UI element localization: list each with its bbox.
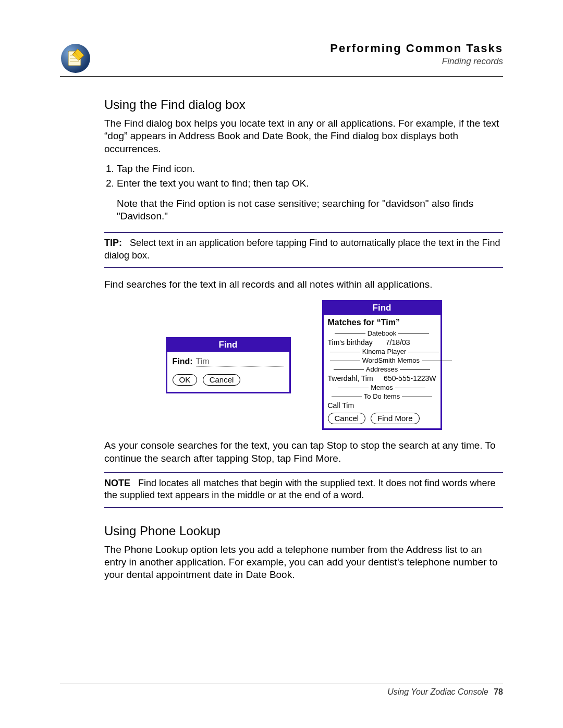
notes-app-icon <box>60 43 91 74</box>
result-date: 7/18/03 <box>386 338 436 347</box>
find-dialog: Find Find: Tim OK Cancel <box>166 337 291 393</box>
category-wordsmith: WordSmith Memos <box>328 356 436 364</box>
results-cancel-button[interactable]: Cancel <box>328 413 366 424</box>
step-1: Tap the Find icon. <box>117 163 503 175</box>
result-phone: 650-555-1223W <box>384 374 436 382</box>
step-2: Enter the text you want to find; then ta… <box>117 177 503 190</box>
result-todo-text: Call Tim <box>328 401 354 410</box>
find-dialog-title: Find <box>167 339 289 352</box>
after-dialogs-paragraph: As your console searches for the text, y… <box>104 439 503 465</box>
result-title: Tim's birthday <box>328 338 373 347</box>
header-subsection: Finding records <box>102 56 503 67</box>
find-field-label: Find: <box>173 357 193 366</box>
ok-button[interactable]: OK <box>173 374 198 386</box>
page-content: Using the Find dialog box The Find dialo… <box>104 97 503 582</box>
after-tip-paragraph: Find searches for the text in all record… <box>104 278 503 291</box>
section1-intro: The Find dialog box helps you locate tex… <box>104 117 503 155</box>
section2-body: The Phone Lookup option lets you add a t… <box>104 544 503 582</box>
dialog-screenshots: Find Find: Tim OK Cancel Find Matches fo… <box>104 300 503 430</box>
find-more-button[interactable]: Find More <box>371 413 420 424</box>
tip-label: TIP: <box>104 238 122 248</box>
cancel-button[interactable]: Cancel <box>203 374 241 386</box>
page-header: Performing Common Tasks Finding records <box>60 42 503 77</box>
page-footer: Using Your Zodiac Console 78 <box>60 684 503 697</box>
category-datebook: Datebook <box>328 329 436 337</box>
tip-body: Select text in an application before tap… <box>104 238 500 260</box>
note-label: NOTE <box>104 478 130 488</box>
note-body: Find locates all matches that begin with… <box>104 478 495 500</box>
matches-header: Matches for “Tim” <box>328 318 436 327</box>
result-row-address[interactable]: Twerdahl, Tim 650-555-1223W <box>328 374 436 382</box>
page-number: 78 <box>494 687 503 696</box>
find-steps: Tap the Find icon. Enter the text you wa… <box>117 163 503 190</box>
category-todo: To Do Items <box>328 392 436 400</box>
footer-text: Using Your Zodiac Console <box>387 687 488 696</box>
chapter-title: Performing Common Tasks <box>102 42 503 55</box>
note-callout: NOTE Find locates all matches that begin… <box>104 472 503 508</box>
category-kinoma: Kinoma Player <box>328 348 436 355</box>
section-heading-phone-lookup: Using Phone Lookup <box>104 524 503 538</box>
find-field-input[interactable]: Tim <box>196 357 284 367</box>
result-row-datebook[interactable]: Tim's birthday 7/18/03 <box>328 338 436 347</box>
results-dialog-title: Find <box>324 302 440 315</box>
find-results-dialog: Find Matches for “Tim” Datebook Tim's bi… <box>322 300 442 430</box>
tip-callout: TIP: Select text in an application befor… <box>104 232 503 268</box>
category-addresses: Addresses <box>328 365 436 373</box>
case-sensitivity-note: Note that the Find option is not case se… <box>117 198 503 223</box>
result-name: Twerdahl, Tim <box>328 374 373 382</box>
section-heading-find: Using the Find dialog box <box>104 97 503 112</box>
category-memos: Memos <box>328 384 436 391</box>
result-row-todo[interactable]: Call Tim <box>328 401 436 410</box>
